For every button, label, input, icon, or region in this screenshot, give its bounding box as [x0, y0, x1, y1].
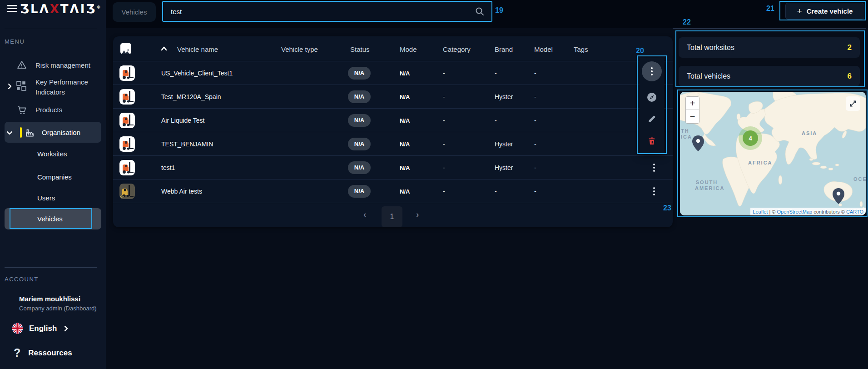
- status-badge: N/A: [348, 185, 371, 198]
- sort-ascending-icon[interactable]: [160, 46, 168, 51]
- carto-link[interactable]: CARTO: [846, 209, 863, 214]
- openstreetmap-link[interactable]: OpenStreetMap: [777, 209, 812, 214]
- map-label-oceania: OCEA: [853, 176, 866, 182]
- status-badge: N/A: [348, 161, 371, 174]
- edit-button[interactable]: [647, 113, 656, 125]
- brand-value: -: [495, 188, 497, 195]
- account-section-label: ACCOUNT: [5, 276, 39, 283]
- right-panel-divider: [673, 28, 866, 29]
- category-value: -: [443, 70, 445, 77]
- brand-value: Hyster: [495, 164, 513, 171]
- sidebar-item-label: Risk management: [35, 61, 90, 69]
- previous-page-button[interactable]: ‹: [363, 209, 366, 219]
- language-selector[interactable]: English: [12, 323, 69, 334]
- logo-text: ƷLΛ: [20, 2, 50, 16]
- map-fullscreen-button[interactable]: [846, 96, 860, 111]
- status-badge: N/A: [348, 138, 371, 150]
- locate-button[interactable]: [646, 91, 657, 103]
- chevron-right-icon: [63, 325, 69, 332]
- factory-icon: [25, 127, 36, 139]
- table-row[interactable]: TEST_BENJAMIN N/A N/A - Hyster -: [113, 132, 673, 156]
- vehicle-thumbnail: [119, 160, 135, 175]
- sidebar-divider: [5, 267, 97, 268]
- leaflet-link[interactable]: Leaflet: [753, 209, 768, 214]
- total-worksites-value: 2: [848, 43, 852, 52]
- vehicle-thumbnail: [119, 136, 135, 152]
- app-root: { "brand": { "logo_pre": "ƷLΛ", "logo_x"…: [0, 0, 868, 369]
- actions-menu-icon[interactable]: [642, 61, 662, 81]
- resources-link[interactable]: ? Ressources: [14, 346, 72, 359]
- sidebar-divider: [5, 28, 97, 28]
- cart-icon: [16, 105, 27, 115]
- vehicle-thumbnail: [119, 89, 135, 105]
- column-header-model[interactable]: Model: [534, 45, 553, 53]
- brand-value: -: [495, 117, 497, 124]
- column-header-vehicle-type[interactable]: Vehicle type: [281, 45, 318, 53]
- column-header-vehicle-name[interactable]: Vehicle name: [177, 45, 218, 53]
- model-value: -: [534, 140, 536, 148]
- mode-value: N/A: [400, 188, 410, 194]
- search-icon[interactable]: [475, 7, 484, 16]
- vehicle-name: Test_MR120A_Spain: [161, 93, 221, 100]
- create-vehicle-label: Create vehicle: [807, 7, 853, 15]
- search-input[interactable]: [163, 8, 475, 15]
- kpi-grid-icon: [16, 81, 26, 91]
- sidebar-item-label: Products: [35, 106, 62, 114]
- map-cluster-marker[interactable]: 4: [739, 126, 762, 150]
- total-worksites-card: Total worksites 2: [679, 37, 860, 58]
- zoom-in-button[interactable]: +: [686, 97, 699, 110]
- row-actions-popup: [640, 58, 664, 153]
- table-row[interactable]: Webb Air tests N/A N/A - - -: [113, 180, 673, 203]
- column-header-status[interactable]: Status: [350, 45, 370, 53]
- column-header-brand[interactable]: Brand: [495, 45, 513, 53]
- total-vehicles-value: 6: [848, 72, 852, 81]
- table-row[interactable]: Test_MR120A_Spain N/A N/A - Hyster -: [113, 85, 673, 109]
- brand-value: -: [495, 70, 497, 77]
- zoom-out-button[interactable]: −: [686, 110, 699, 123]
- column-header-category[interactable]: Category: [443, 45, 471, 53]
- brand-value: Hyster: [495, 140, 513, 148]
- chevron-right-icon: [6, 83, 13, 90]
- sidebar-subitem-users[interactable]: Users: [37, 194, 55, 202]
- category-value: -: [443, 93, 445, 100]
- brand-logo[interactable]: ƷLΛXTΛIƷ®: [20, 2, 100, 16]
- create-vehicle-button[interactable]: + Create vehicle: [785, 3, 864, 20]
- hamburger-menu-icon[interactable]: [7, 5, 17, 13]
- vehicle-thumbnail: [119, 113, 135, 128]
- column-header-mode[interactable]: Mode: [400, 45, 417, 53]
- breadcrumb-tab-vehicles[interactable]: Vehicles: [113, 2, 156, 22]
- model-value: -: [534, 188, 536, 195]
- status-badge: N/A: [348, 114, 371, 127]
- sidebar-subitem-companies[interactable]: Companies: [37, 173, 72, 181]
- menu-section-label: MENU: [5, 38, 25, 45]
- table-row[interactable]: US_Vehicle_Client_Test1 N/A N/A - - -: [113, 61, 673, 85]
- next-page-button[interactable]: ›: [416, 209, 419, 219]
- delete-button[interactable]: [647, 135, 656, 147]
- row-actions-menu-icon[interactable]: [647, 161, 661, 175]
- annotation-label-23: 23: [663, 204, 671, 212]
- row-actions-menu-icon[interactable]: [647, 184, 661, 198]
- category-value: -: [443, 188, 445, 195]
- column-header-tags[interactable]: Tags: [574, 45, 588, 53]
- compass-icon: [646, 92, 657, 103]
- pencil-icon: [647, 115, 656, 124]
- question-mark-icon: ?: [14, 346, 20, 359]
- model-value: -: [534, 117, 536, 124]
- sidebar-subitem-worksites[interactable]: Worksites: [37, 150, 67, 158]
- worksites-map[interactable]: TH ICA ASIA AFRICA SOUTH AMERICA OCEA 4 …: [680, 92, 866, 215]
- page-number-button[interactable]: 1: [382, 206, 402, 227]
- pagination: ‹ 1 ›: [113, 203, 673, 227]
- vehicle-name: US_Vehicle_Client_Test1: [161, 70, 233, 77]
- trash-icon: [647, 136, 656, 145]
- cluster-count: 4: [743, 130, 758, 146]
- chevron-down-icon: [6, 130, 13, 136]
- logo-text-2: TΛIƷ: [60, 2, 97, 16]
- map-attribution: Leaflet | © OpenStreetMap contributors ©…: [750, 208, 866, 215]
- vehicle-name: Air Liquide Test: [161, 117, 204, 124]
- table-row[interactable]: Air Liquide Test N/A N/A - - -: [113, 109, 673, 132]
- attribution-text: | ©: [768, 209, 777, 214]
- table-row[interactable]: test1 N/A N/A - Hyster -: [113, 156, 673, 180]
- brand-value: Hyster: [495, 93, 513, 100]
- mode-value: N/A: [400, 140, 410, 147]
- expand-arrows-icon: [848, 99, 858, 108]
